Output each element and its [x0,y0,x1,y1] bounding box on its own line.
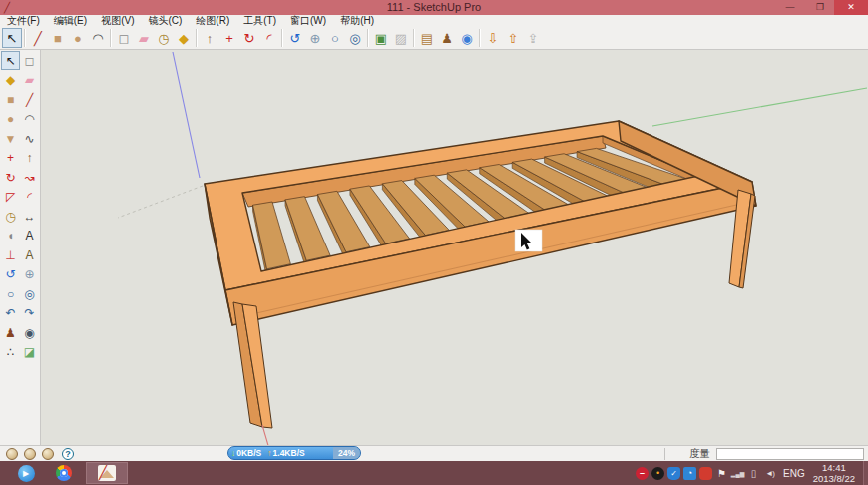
menu-item-4[interactable]: 绘图(R) [189,15,236,27]
select-tool-button[interactable]: ↖ [1,51,20,70]
photo-textures-tool-button[interactable]: ▤ [417,28,437,48]
offset-tool-button[interactable]: ◜ [259,28,279,48]
offset-tool-button[interactable]: ◜ [20,188,39,207]
sign-in-status-icon[interactable] [42,448,54,460]
maximize-button[interactable]: ❐ [806,0,834,15]
toolbar-separator [24,29,26,47]
toggle-terrain-tool-button[interactable]: ▨ [391,28,411,48]
line-tool-button[interactable]: ╱ [28,28,48,48]
push-pull-tool-button[interactable]: ↑ [200,28,219,48]
bed-frame-model[interactable] [205,121,756,428]
help-icon[interactable]: ? [62,448,74,460]
scale-icon: ◸ [6,191,15,203]
rotate-tool-button[interactable]: ↻ [239,28,259,48]
zoom-tool-button[interactable]: ○ [325,28,345,48]
3d-text-tool-button[interactable]: A [20,245,39,264]
zoom-extents-tool-button[interactable]: ◎ [20,284,39,303]
text-tool-button[interactable]: A [20,227,39,245]
position-camera-icon: ♟ [5,327,16,339]
tray-phone-icon[interactable]: ▯ [747,467,760,480]
eraser-tool-button[interactable]: ▰ [20,71,39,90]
close-button[interactable]: ✕ [834,0,868,15]
polygon-tool-button[interactable]: ▼ [1,129,20,148]
get-models-tool-button[interactable]: ⇩ [483,28,503,48]
select-tool-button[interactable]: ↖ [2,28,22,48]
measurements-input[interactable] [716,448,864,460]
make-component-tool-button[interactable]: ◻ [20,51,39,70]
protractor-tool-button[interactable]: ◖ [1,227,20,245]
orbit-tool-button[interactable]: ↺ [285,28,305,48]
credit-status-icon[interactable] [24,448,36,460]
paint-bucket-tool-button[interactable]: ◆ [1,71,20,90]
tray-network-icon[interactable]: ▂▄▆ [731,467,744,480]
tray-no-entry-icon[interactable]: – [636,467,649,480]
follow-me-tool-button[interactable]: ↝ [20,168,39,187]
taskbar-media-player[interactable]: ▶ [14,462,38,484]
freehand-tool-button[interactable]: ∿ [20,129,39,148]
dimension-tool-button[interactable]: ↔ [20,207,39,226]
share-component-tool-button[interactable]: ⇪ [523,28,543,48]
tray-guard-icon[interactable]: • [651,467,664,480]
show-desktop-button[interactable] [863,461,868,485]
circle-tool-button[interactable]: ● [1,110,20,129]
drawing-canvas[interactable] [41,50,868,445]
zoom-previous-tool-button[interactable]: ↶ [1,304,20,323]
pan-tool-button[interactable]: ⊕ [305,28,325,48]
zoom-next-tool-button[interactable]: ↷ [20,304,39,323]
arc-tool-button[interactable]: ◠ [88,28,108,48]
menu-item-2[interactable]: 视图(V) [94,15,141,27]
rectangle-tool-button[interactable]: ■ [1,90,20,109]
tray-car-icon[interactable] [699,467,712,480]
titlebar[interactable]: ╱ 111 - SketchUp Pro — ❐ ✕ [0,0,868,15]
taskbar-sketchup-active[interactable]: ╱ [86,462,128,484]
move-tool-button[interactable]: + [1,149,20,168]
position-camera-tool-button[interactable]: ♟ [1,323,20,342]
3d-scene[interactable] [41,50,868,445]
geolocation-status-icon[interactable] [6,448,18,460]
menu-item-7[interactable]: 帮助(H) [333,15,381,27]
walk-tool-button[interactable]: ∴ [1,343,20,362]
orbit-tool-button[interactable]: ↺ [1,265,20,284]
line-tool-button[interactable]: ╱ [20,90,39,109]
menu-item-3[interactable]: 镜头(C) [141,15,189,27]
tray-shield-icon[interactable]: ✓ [667,467,680,480]
add-building-tool-button[interactable]: ♟ [437,28,457,48]
language-indicator[interactable]: ENG [783,468,805,479]
axes-tool-button[interactable]: ⊥ [1,245,20,264]
tape-measure-tool-button[interactable]: ◷ [154,28,174,48]
arc-icon: ◠ [24,113,34,125]
push-pull-tool-button[interactable]: ↑ [20,149,39,168]
menu-item-6[interactable]: 窗口(W) [283,15,333,27]
rotate-tool-button[interactable]: ↻ [1,168,20,187]
section-plane-tool-button[interactable]: ◪ [20,343,39,362]
make-component-tool-button[interactable]: ◻ [114,28,134,48]
pan-tool-button[interactable]: ⊕ [20,265,39,284]
menu-item-0[interactable]: 文件(F) [0,15,47,27]
tray-action-center-icon[interactable]: ⚑ [715,467,728,480]
tray-volume-icon[interactable]: ◄) [763,467,776,480]
menu-item-1[interactable]: 编辑(E) [47,15,94,27]
zoom-extents-tool-button[interactable]: ◎ [345,28,365,48]
taskbar-chrome[interactable] [52,462,76,484]
look-around-tool-button[interactable]: ◉ [20,323,39,342]
zoom-tool-button[interactable]: ○ [1,284,20,303]
rectangle-icon: ■ [54,32,62,45]
google-earth-tool-button[interactable]: ◉ [457,28,477,48]
move-tool-button[interactable]: + [219,28,239,48]
rectangle-tool-button[interactable]: ■ [48,28,68,48]
green-axis-negative-dashed [118,186,203,218]
arc-tool-button[interactable]: ◠ [20,110,39,129]
eraser-tool-button[interactable]: ▰ [134,28,154,48]
net-speed-overlay[interactable]: ↓ 0KB/S ↑ 1.4KB/S 24% [227,446,361,460]
taskbar-clock[interactable]: 14:41 2013/8/22 [813,462,855,484]
share-model-tool-button[interactable]: ⇧ [503,28,523,48]
tape-measure-tool-button[interactable]: ◷ [1,207,20,226]
menu-item-5[interactable]: 工具(T) [236,15,283,27]
scale-tool-button[interactable]: ◸ [1,188,20,207]
minimize-button[interactable]: — [776,0,804,15]
circle-tool-button[interactable]: ● [68,28,88,48]
add-location-tool-button[interactable]: ▣ [371,28,391,48]
paint-bucket-tool-button[interactable]: ◆ [174,28,194,48]
tray-swirl-icon[interactable]: ◔ [683,467,696,480]
share-model-icon: ⇧ [508,32,519,45]
